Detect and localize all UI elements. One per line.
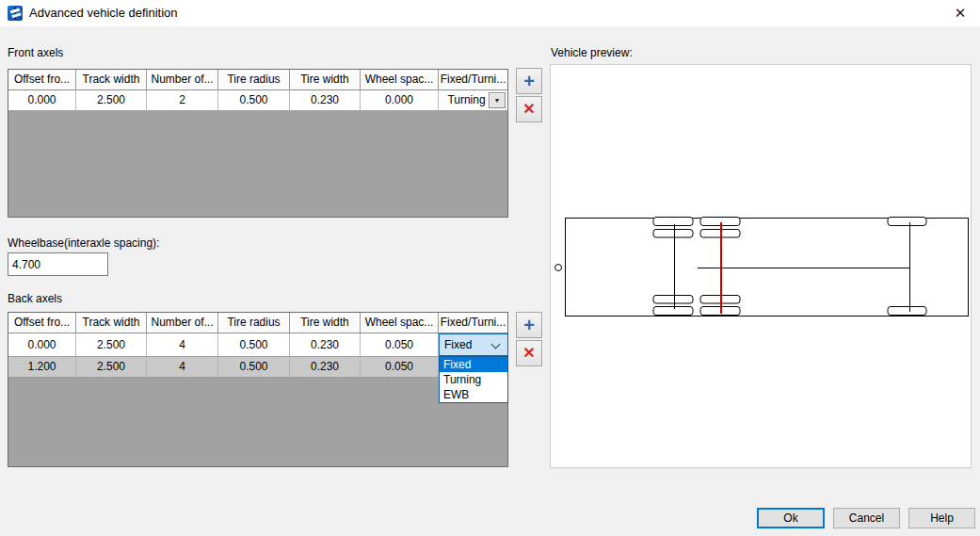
cell-track-width[interactable]: 2.500	[76, 90, 147, 111]
cell-tire-radius[interactable]: 0.500	[218, 90, 290, 111]
cell-wheel-spacing[interactable]: 0.050	[361, 357, 439, 378]
front-axles-table: Offset fro... Track width Number of... T…	[8, 69, 508, 218]
delete-icon: ✕	[517, 97, 541, 122]
front-axles-header-row: Offset fro... Track width Number of... T…	[8, 70, 507, 90]
column-header-tire-radius: Tire radius	[218, 313, 290, 333]
wheel	[653, 296, 693, 304]
column-header-tire-radius: Tire radius	[218, 70, 290, 90]
wheels	[653, 218, 926, 316]
wheelbase-label: Wheelbase(interaxle spacing):	[8, 236, 159, 250]
vehicle-preview-canvas	[550, 64, 972, 468]
plus-icon: +	[517, 314, 541, 337]
cell-tire-width[interactable]: 0.230	[290, 333, 361, 357]
wheel	[653, 218, 693, 226]
cancel-button[interactable]: Cancel	[833, 508, 900, 528]
plus-icon: +	[517, 70, 541, 93]
vehicle-top-view-drawing	[551, 65, 971, 467]
cell-offset[interactable]: 0.000	[8, 333, 76, 357]
column-header-tire-width: Tire width	[290, 313, 361, 333]
fixed-turning-dropdown-list: Fixed Turning EWB	[439, 356, 508, 403]
delete-icon: ✕	[517, 341, 541, 365]
dropdown-option-fixed[interactable]: Fixed	[440, 357, 507, 372]
fixed-turning-value: Turning	[447, 93, 485, 106]
back-axles-header-row: Offset fro... Track width Number of... T…	[8, 313, 507, 333]
front-axles-label: Front axels	[8, 46, 63, 59]
back-axle-row-1: 0.000 2.500 4 0.500 0.230 0.050	[8, 333, 507, 357]
back-axles-label: Back axels	[8, 292, 62, 305]
chevron-down-icon	[491, 340, 501, 349]
column-header-fixed-turning: Fixed/Turni...	[439, 313, 507, 333]
column-header-offset: Offset fro...	[8, 70, 76, 90]
dropdown-arrow-button[interactable]: ▼	[489, 92, 506, 108]
cell-number[interactable]: 4	[147, 333, 218, 357]
column-header-track-width: Track width	[76, 313, 147, 333]
close-button[interactable]: ✕	[946, 2, 974, 24]
fixed-turning-combobox[interactable]: Fixed	[439, 333, 508, 356]
wheel	[700, 230, 740, 238]
column-header-wheel-spacing: Wheel spac...	[361, 313, 439, 333]
vehicle-preview-label: Vehicle preview:	[551, 46, 633, 59]
front-delete-axle-button[interactable]: ✕	[516, 96, 542, 122]
column-header-track-width: Track width	[76, 70, 147, 90]
front-table-empty-area	[8, 111, 507, 217]
close-icon: ✕	[955, 5, 967, 21]
column-header-offset: Offset fro...	[8, 313, 76, 333]
wheelbase-input[interactable]	[8, 252, 108, 276]
wheel	[653, 230, 693, 238]
cell-tire-radius[interactable]: 0.500	[218, 357, 290, 378]
back-axle-row-2-selected: 1.200 2.500 4 0.500 0.230 0.050	[8, 357, 507, 378]
combobox-value: Fixed	[444, 338, 472, 351]
cell-wheel-spacing[interactable]: 0.000	[361, 90, 439, 111]
front-add-axle-button[interactable]: +	[516, 68, 542, 94]
wheel	[653, 307, 693, 316]
column-header-wheel-spacing: Wheel spac...	[361, 70, 439, 90]
cell-offset[interactable]: 1.200	[8, 357, 76, 378]
wheel	[700, 218, 740, 226]
wheel	[888, 307, 926, 316]
cell-track-width[interactable]: 2.500	[76, 333, 147, 357]
dropdown-option-ewb[interactable]: EWB	[440, 387, 507, 402]
cell-fixed-turning-dropdown[interactable]: Turning ▼	[439, 90, 507, 111]
cell-tire-width[interactable]: 0.230	[290, 357, 361, 378]
wheel	[888, 218, 926, 226]
dropdown-option-turning[interactable]: Turning	[440, 372, 507, 387]
window-title: Advanced vehicle definition	[29, 6, 178, 20]
cell-tire-width[interactable]: 0.230	[290, 90, 361, 111]
cell-track-width[interactable]: 2.500	[76, 357, 147, 378]
app-icon	[8, 6, 23, 21]
back-axles-table: Offset fro... Track width Number of... T…	[8, 312, 508, 467]
title-bar: Advanced vehicle definition ✕	[0, 0, 980, 26]
cell-tire-radius[interactable]: 0.500	[218, 333, 290, 357]
cell-wheel-spacing[interactable]: 0.050	[361, 333, 439, 357]
column-header-tire-width: Tire width	[290, 70, 361, 90]
back-delete-axle-button[interactable]: ✕	[516, 340, 542, 366]
help-button[interactable]: Help	[908, 508, 975, 528]
back-table-empty-area	[8, 378, 507, 466]
reference-point-marker	[555, 265, 562, 271]
front-axle-row: 0.000 2.500 2 0.500 0.230 0.000 Turning …	[8, 90, 507, 111]
column-header-number: Number of...	[147, 313, 218, 333]
back-add-axle-button[interactable]: +	[516, 312, 542, 338]
dropdown-arrow-icon: ▼	[494, 97, 501, 104]
column-header-fixed-turning: Fixed/Turni...	[439, 70, 507, 90]
cell-number[interactable]: 4	[147, 357, 218, 378]
vehicle-body-outline	[565, 218, 968, 316]
wheel	[700, 296, 740, 304]
column-header-number: Number of...	[147, 70, 218, 90]
cell-number[interactable]: 2	[147, 90, 218, 111]
wheel	[700, 307, 740, 316]
ok-button[interactable]: Ok	[757, 508, 825, 528]
cell-offset[interactable]: 0.000	[8, 90, 76, 111]
advanced-vehicle-definition-dialog: Advanced vehicle definition ✕ Front axel…	[0, 0, 980, 536]
